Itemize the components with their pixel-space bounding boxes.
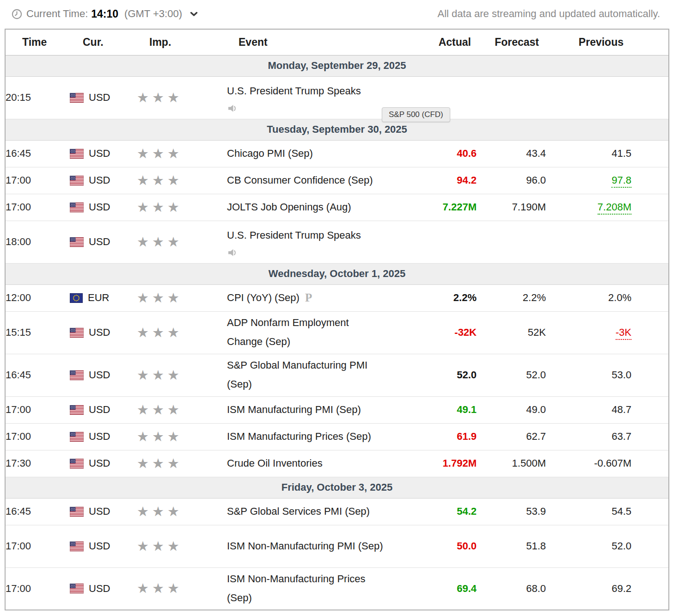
previous-value: 53.0 [612,369,631,381]
actual-value: 40.6 [457,148,477,159]
row-gutter [631,311,669,354]
event-row: 17:00USD★★★JOLTS Job Openings (Aug)7.227… [5,194,669,221]
currency-code: USD [89,236,110,248]
previous-value: 69.2 [612,583,631,594]
us-flag-icon [70,203,84,212]
currency-cell: USD [70,404,137,416]
actual-value: 94.2 [457,174,477,186]
event-name[interactable]: ISM Manufacturing PMI (Sep) [227,400,361,419]
currency-cell: USD [70,326,137,339]
currency-cell: USD [70,369,137,381]
current-time-group: Current Time:14:10 (GMT +3:00) [12,8,198,20]
col-header-time: Time [5,29,70,55]
us-flag-icon [70,176,84,185]
timezone-dropdown-toggle[interactable] [190,12,198,17]
previous-value[interactable]: 97.8 [612,174,631,188]
event-name[interactable]: U.S. President Trump Speaks [227,226,361,245]
us-flag-icon [70,237,84,247]
previous-value: 52.0 [612,540,631,552]
actual-value: 2.2% [453,292,477,303]
previous-value: 54.5 [612,505,631,517]
event-row: 12:00EUR★★★CPI (YoY) (Sep)P2.2%2.2%2.0% [5,284,669,311]
col-header-event: Event [227,29,423,55]
day-separator-label: Tuesday, September 30, 2025 [5,119,669,140]
row-gutter [631,76,669,119]
event-name[interactable]: ISM Non-Manufacturing Prices (Sep) [227,570,387,607]
actual-value: 50.0 [457,540,477,552]
toolbar: Current Time:14:10 (GMT +3:00) All data … [0,5,673,23]
day-separator-row: Friday, October 3, 2025 [5,477,669,498]
event-time: 16:45 [5,140,70,167]
currency-cell: USD [70,92,137,104]
event-time: 17:00 [5,525,70,567]
event-time: 16:45 [5,498,70,525]
col-header-currency: Cur. [70,29,137,55]
event-name[interactable]: ISM Manufacturing Prices (Sep) [227,427,371,446]
event-row: 16:45USD★★★S&P Global Services PMI (Sep)… [5,498,669,525]
event-time: 16:45 [5,354,70,396]
event-row: 15:15USD★★★ADP Nonfarm Employment Change… [5,311,669,354]
importance-stars-icon: ★★★ [137,581,183,596]
day-separator-label: Wednesday, October 1, 2025 [5,263,669,284]
event-name[interactable]: JOLTS Job Openings (Aug) [227,198,351,217]
us-flag-icon [70,93,84,103]
actual-value: 7.227M [443,201,477,213]
currency-cell: USD [70,236,137,248]
previous-value: 41.5 [612,148,631,159]
currency-cell: USD [70,148,137,160]
event-name[interactable]: U.S. President Trump Speaks [227,82,361,101]
event-time: 17:00 [5,423,70,450]
row-gutter [631,396,669,423]
importance-stars-icon: ★★★ [137,456,183,471]
event-time: 12:00 [5,284,70,311]
col-header-previous: Previous [546,29,631,55]
actual-value: 69.4 [457,583,477,594]
currency-cell: USD [70,457,137,469]
speaker-icon[interactable] [227,248,423,258]
day-separator-row: Monday, September 29, 2025 [5,55,669,76]
event-name[interactable]: S&P Global Services PMI (Sep) [227,502,370,521]
day-separator-label: Monday, September 29, 2025 [5,55,669,76]
event-name[interactable]: ISM Non-Manufacturing PMI (Sep) [227,537,383,556]
event-name[interactable]: S&P Global Manufacturing PMI (Sep) [227,356,387,394]
actual-value: 49.1 [457,404,477,415]
currency-code: USD [89,583,110,595]
previous-value: 48.7 [612,404,631,415]
event-row: 17:00USD★★★ISM Non-Manufacturing PMI (Se… [5,525,669,567]
us-flag-icon [70,459,84,468]
actual-value: 1.792M [443,457,477,469]
forecast-value: 43.4 [526,148,546,159]
currency-code: USD [89,92,110,104]
day-separator-row: Tuesday, September 30, 2025 [5,119,669,140]
current-time-label: Current Time: [26,8,88,20]
currency-cell: USD [70,583,137,595]
event-name[interactable]: ADP Nonfarm Employment Change (Sep) [227,314,387,351]
instrument-tooltip: S&P 500 (CFD) [382,107,450,122]
importance-stars-icon: ★★★ [137,146,183,161]
event-name[interactable]: CPI (YoY) (Sep) [227,289,300,308]
us-flag-icon [70,584,84,593]
previous-value: 63.7 [612,431,631,442]
col-header-forecast: Forecast [477,29,546,55]
event-row: 16:45USD★★★S&P Global Manufacturing PMI … [5,354,669,396]
currency-cell: USD [70,431,137,443]
us-flag-icon [70,149,84,159]
event-row: 17:00USD★★★ISM Non-Manufacturing Prices … [5,567,669,610]
previous-value: -0.607M [594,457,631,469]
actual-value: 52.0 [457,369,477,381]
currency-cell: USD [70,540,137,552]
col-header-importance: Imp. [137,29,227,55]
importance-stars-icon: ★★★ [137,539,183,554]
forecast-value: 7.190M [512,201,546,213]
currency-code: USD [89,457,110,469]
forecast-value: 52K [528,326,546,338]
importance-stars-icon: ★★★ [137,429,183,444]
event-name[interactable]: CB Consumer Confidence (Sep) [227,171,373,190]
previous-value[interactable]: -3K [616,326,631,340]
previous-value[interactable]: 7.208M [598,201,631,215]
row-gutter [631,354,669,396]
event-name[interactable]: Crude Oil Inventories [227,454,323,473]
currency-code: USD [89,404,110,416]
event-name[interactable]: Chicago PMI (Sep) [227,144,313,163]
clock-icon [12,9,22,19]
